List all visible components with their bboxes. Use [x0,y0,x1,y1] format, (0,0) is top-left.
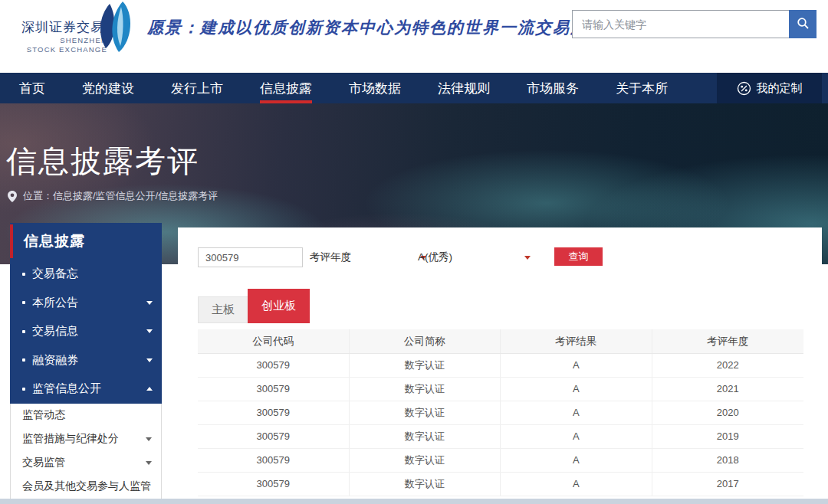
site-search [572,10,816,38]
cell-result: A [501,401,652,424]
query-button[interactable]: 查询 [554,247,603,266]
sidebar-submenu: 监管动态 监管措施与纪律处分 交易监管 会员及其他交易参与人监管 [10,404,162,499]
cell-year: 2017 [652,473,804,496]
table-row[interactable]: 300579 数字认证 A 2020 [198,401,803,425]
bullet-icon [22,358,25,362]
footer-strip [0,499,828,504]
nav-market-services[interactable]: 市场服务 [527,73,579,103]
cell-year: 2020 [652,401,804,424]
cell-code: 300579 [198,473,350,496]
nav-disclosure[interactable]: 信息披露 [260,73,312,103]
sidebar-subitem-measures-discipline[interactable]: 监管措施与纪律处分 [11,427,161,451]
sidebar-item-label: 融资融券 [32,353,146,368]
cell-name: 数字认证 [350,354,501,377]
company-code-input[interactable] [198,247,303,267]
sidebar-subitem-member-supervision[interactable]: 会员及其他交易参与人监管 [11,475,161,499]
site-header: 深圳证券交易所 SHENZHEN STOCK EXCHANGE 愿景：建成以优质… [0,0,828,73]
cell-year: 2021 [652,378,804,401]
sidebar-item-label: 交易备忘 [32,267,153,281]
cell-name: 数字认证 [350,401,501,424]
vision-slogan: 愿景：建成以优质创新资本中心为特色的世界一流交易所 [147,17,588,38]
chevron-up-icon [146,387,153,391]
cell-name: 数字认证 [350,425,501,448]
tab-chinext[interactable]: 创业板 [248,289,310,323]
nav-home[interactable]: 首页 [19,73,45,103]
chevron-down-icon [146,437,152,441]
col-company-name: 公司简称 [350,329,501,353]
cell-result: A [501,354,652,377]
sidebar: 信息披露 交易备忘 本所公告 交易信息 融资融券 [10,223,162,499]
sidebar-item-margin-trading[interactable]: 融资融券 [10,346,162,375]
cell-name: 数字认证 [350,449,501,472]
sidebar-item-trading-memo[interactable]: 交易备忘 [10,260,162,289]
evaluation-result-value: A(优秀) [418,250,452,264]
cell-year: 2022 [652,354,804,377]
table-row[interactable]: 300579 数字认证 A 2019 [198,425,803,449]
sidebar-subitem-label: 交易监管 [22,456,146,470]
table-row[interactable]: 300579 数字认证 A 2021 [198,378,803,401]
sidebar-subitem-regulatory-news[interactable]: 监管动态 [11,404,161,427]
sidebar-subitem-label: 监管措施与纪律处分 [22,432,146,446]
cell-year: 2019 [652,425,804,448]
table-row[interactable]: 300579 数字认证 A 2017 [198,473,803,496]
sidebar-subitem-label: 监管动态 [22,408,152,422]
table-row[interactable]: 300579 数字认证 A 2022 [198,354,803,378]
cell-code: 300579 [198,354,350,377]
evaluation-year-select[interactable]: 考评年度 [310,247,426,267]
search-icon [797,17,810,32]
nav-market-data[interactable]: 市场数据 [349,73,401,103]
bullet-icon [22,388,25,391]
bullet-icon [22,301,25,304]
evaluation-result-select[interactable]: A(优秀) [418,247,531,267]
cell-result: A [501,425,652,448]
evaluation-year-value: 考评年度 [310,250,351,264]
chevron-down-icon [524,256,531,260]
sidebar-item-regulatory-disclosure[interactable]: 监管信息公开 [10,375,162,404]
table-header-row: 公司代码 公司简称 考评结果 考评年度 [198,329,803,354]
nav-party-building[interactable]: 党的建设 [82,73,134,103]
content-panel: 考评年度 A(优秀) 查询 主板 创业板 公司代码 公司简称 考评结果 考评年度… [178,227,822,499]
cell-code: 300579 [198,401,350,424]
nav-listing[interactable]: 发行上市 [171,73,223,103]
nav-my-customization[interactable]: 我的定制 [717,73,822,103]
breadcrumb: 位置：信息披露/监管信息公开/信息披露考评 [8,189,218,203]
chevron-down-icon [146,461,152,465]
szse-shield-logo-icon [94,2,136,55]
sidebar-item-label: 交易信息 [32,324,146,339]
cell-result: A [501,449,652,472]
tab-main-board[interactable]: 主板 [198,296,248,323]
sidebar-item-trading-info[interactable]: 交易信息 [10,317,162,346]
page-title: 信息披露考评 [6,140,199,182]
cell-result: A [501,378,652,401]
cell-name: 数字认证 [350,378,501,401]
board-tabs: 主板 创业板 [198,289,310,323]
sidebar-title-label: 信息披露 [24,231,85,251]
sidebar-subitem-label: 会员及其他交易参与人监管 [22,479,152,493]
site-search-input[interactable] [572,10,789,38]
nav-about[interactable]: 关于本所 [616,73,668,103]
chevron-down-icon [146,358,153,362]
site-search-button[interactable] [789,10,816,38]
table-row[interactable]: 300579 数字认证 A 2018 [198,449,803,473]
bullet-icon [22,273,25,276]
sidebar-subitem-trading-supervision[interactable]: 交易监管 [11,451,161,475]
breadcrumb-text: 位置：信息披露/监管信息公开/信息披露考评 [23,189,218,203]
main-nav: 首页 党的建设 发行上市 信息披露 市场数据 法律规则 市场服务 关于本所 我的… [0,73,828,103]
main-nav-items: 首页 党的建设 发行上市 信息披露 市场数据 法律规则 市场服务 关于本所 [0,73,668,103]
bullet-icon [22,330,25,333]
col-result: 考评结果 [501,329,652,353]
cell-result: A [501,473,652,496]
cell-name: 数字认证 [350,473,501,496]
cell-year: 2018 [652,449,804,472]
page: 深圳证券交易所 SHENZHEN STOCK EXCHANGE 愿景：建成以优质… [0,0,828,504]
customize-icon [737,81,751,96]
cell-code: 300579 [198,449,350,472]
sidebar-nav: 交易备忘 本所公告 交易信息 融资融券 监管信息公开 [10,260,162,404]
cell-code: 300579 [198,425,350,448]
sidebar-title: 信息披露 [10,223,162,260]
chevron-down-icon [146,301,153,305]
cell-code: 300579 [198,378,350,401]
sidebar-item-exchange-notices[interactable]: 本所公告 [10,289,162,318]
evaluation-table: 公司代码 公司简称 考评结果 考评年度 300579 数字认证 A 2022 3… [198,329,803,496]
nav-rules[interactable]: 法律规则 [438,73,490,103]
